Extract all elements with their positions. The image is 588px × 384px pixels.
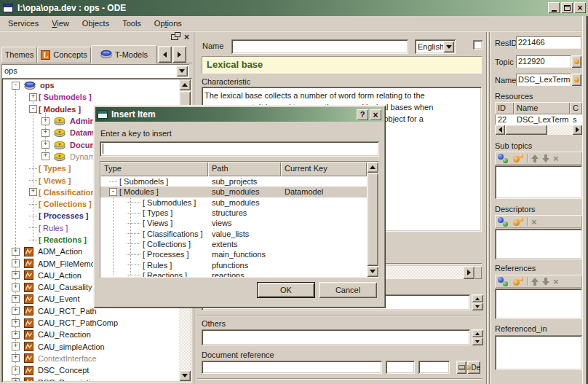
column-header-type[interactable]: Type (100, 162, 208, 176)
model-combobox[interactable]: ops (1, 64, 189, 78)
document-reference-delete-button[interactable]: Del (467, 361, 480, 374)
scroll-left-button[interactable] (495, 125, 505, 135)
expander-icon[interactable]: + (12, 342, 20, 350)
close-panel-icon[interactable]: × (184, 33, 189, 42)
float-panel-icon[interactable] (171, 34, 178, 40)
key-input[interactable] (100, 141, 379, 157)
dialog-tree-row[interactable]: [ Processes ]main_functions (100, 249, 367, 259)
expander-icon[interactable]: + (41, 141, 49, 149)
maximize-button[interactable] (561, 2, 573, 13)
column-header-current-key[interactable]: Current Key (281, 162, 367, 176)
tree-item[interactable]: +ContextInterface (3, 353, 178, 364)
expander-icon[interactable]: + (41, 152, 49, 160)
expander-icon[interactable]: + (12, 248, 20, 256)
resid-input[interactable]: 221466 (516, 36, 581, 49)
spin-up-button[interactable] (472, 294, 483, 302)
value-spinner[interactable] (472, 294, 483, 310)
name-input[interactable] (231, 39, 408, 54)
scroll-up-button[interactable] (179, 79, 191, 90)
res-name-input[interactable]: DSC_LexTerm (516, 74, 571, 86)
expander-icon[interactable]: - (12, 82, 20, 90)
expander-icon[interactable]: + (12, 295, 20, 303)
scrollbar-thumb[interactable] (367, 173, 378, 266)
language-dropdown-button[interactable] (443, 41, 454, 52)
cancel-button[interactable]: Cancel (319, 282, 377, 298)
column-header-c[interactable]: C (570, 102, 582, 114)
move-down-icon[interactable] (542, 154, 549, 162)
scroll-down-button[interactable] (367, 266, 378, 277)
name-lookup-button[interactable] (571, 74, 581, 86)
others-spinner[interactable] (472, 329, 483, 345)
link-reference-icon[interactable] (512, 277, 523, 286)
dialog-close-button[interactable]: × (370, 109, 381, 120)
spin-up-button[interactable] (472, 329, 483, 337)
expander-icon[interactable]: + (41, 129, 49, 137)
topic-lookup-button[interactable] (571, 55, 581, 68)
dialog-tree-row[interactable]: [ Classifications ]value_lists (100, 228, 367, 238)
expander-icon[interactable]: + (12, 259, 20, 267)
references-list[interactable] (495, 289, 582, 319)
others-input[interactable] (202, 329, 470, 345)
add-descriptor-icon[interactable] (498, 217, 509, 227)
expander-icon[interactable]: - (109, 188, 117, 196)
move-up-icon[interactable] (531, 154, 539, 162)
subtopics-list[interactable] (495, 165, 582, 199)
spin-down-button[interactable] (472, 337, 483, 345)
dialog-tree-row[interactable]: [ Submodels ]sub_projects (100, 176, 367, 187)
menu-services[interactable]: Services (1, 17, 45, 29)
scrollbar-thumb[interactable] (505, 125, 547, 135)
tab-concepts[interactable]: L Concepts (37, 47, 91, 63)
column-header-id[interactable]: ID (495, 102, 514, 114)
expander-icon[interactable]: - (29, 105, 37, 113)
dialog-scrollbar[interactable] (367, 162, 378, 277)
expander-icon[interactable]: + (12, 354, 20, 362)
tree-item[interactable]: +CAU_RCT_PathComp (3, 317, 178, 329)
link-descriptor-icon[interactable] (512, 217, 523, 227)
expander-icon[interactable]: + (12, 378, 20, 381)
minimize-button[interactable] (548, 2, 560, 13)
title-bar[interactable]: I:\opa\opa.dev : ops - ODE × (0, 0, 588, 16)
dialog-tree-row[interactable]: [ Submodules ]sub_modules (100, 197, 367, 208)
tree-item[interactable]: +DSC_Concept (3, 364, 178, 376)
expander-icon[interactable]: + (29, 93, 37, 101)
dialog-tree-row[interactable]: [ Types ]structures (100, 208, 367, 218)
language-checkbox[interactable] (473, 40, 482, 50)
tree-item[interactable]: -ops (3, 79, 178, 91)
link-subtopic-icon[interactable] (512, 154, 523, 163)
spin-down-button[interactable] (472, 302, 483, 310)
menu-objects[interactable]: Objects (76, 17, 116, 29)
expander-icon[interactable]: + (12, 283, 20, 291)
tree-item[interactable]: +CAU_Reaction (3, 329, 178, 340)
scroll-right-button[interactable] (463, 266, 474, 279)
add-reference-icon[interactable] (498, 277, 509, 286)
expander-icon[interactable]: + (12, 307, 20, 315)
column-header-path[interactable]: Path (208, 162, 281, 176)
document-reference-input[interactable] (202, 361, 382, 374)
tree-item[interactable]: +CAU_simpleAction (3, 341, 178, 353)
dialog-tree-row[interactable]: [ Views ]views (100, 218, 367, 228)
menu-view[interactable]: View (45, 17, 76, 29)
expander-icon[interactable]: + (29, 188, 37, 196)
dialog-tree-row[interactable]: [ Reactions ]reactions (100, 270, 367, 277)
ok-button[interactable]: OK (257, 282, 315, 298)
descriptors-list[interactable] (495, 229, 582, 259)
tab-themes[interactable]: Themes (1, 47, 37, 63)
scroll-down-button[interactable] (179, 370, 191, 381)
delete-icon[interactable]: × (553, 154, 559, 163)
tab-tmodels[interactable]: T-Models (91, 45, 157, 63)
resources-scrollbar[interactable] (495, 125, 582, 135)
dialog-help-button[interactable]: ? (357, 109, 368, 120)
document-reference-field2[interactable] (386, 361, 415, 374)
topic-input[interactable]: 212920 (516, 55, 571, 68)
document-reference-field3[interactable] (418, 361, 450, 374)
tree-item[interactable]: +[ Submodels ] (3, 91, 178, 103)
move-down-icon[interactable] (542, 278, 549, 286)
tree-item[interactable]: +DSC_Description (3, 376, 178, 381)
referenced-in-list[interactable] (495, 335, 582, 370)
menu-tools[interactable]: Tools (116, 17, 148, 29)
dock-header[interactable]: × (1, 32, 192, 44)
scrollbar-track[interactable] (547, 125, 572, 135)
combobox-dropdown-button[interactable] (176, 66, 188, 77)
tab-scroll-right-button[interactable] (172, 46, 186, 63)
expander-icon[interactable]: + (12, 331, 20, 339)
